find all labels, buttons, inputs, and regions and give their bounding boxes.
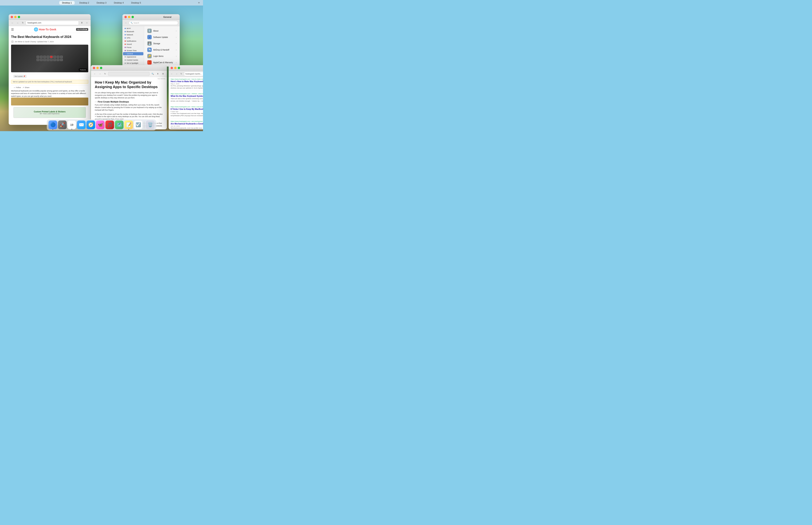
sidebar-item-wifi[interactable]: Wi-Fi [123,27,143,30]
syspref-login-items-row[interactable]: 🔑 Login Items › [146,53,178,59]
login-items-label: Login Items [153,55,164,57]
refresh-button[interactable]: ↻ [20,21,25,25]
sidebar-item-focus[interactable]: Focus [123,46,143,49]
back-icon[interactable]: ← [170,72,174,76]
result-title-2[interactable]: What Do the Mac Keyboard Symbols Actuall… [171,95,203,97]
sidebar-item-screen-time[interactable]: Screen Time [123,49,143,52]
forward-icon[interactable]: → [98,72,102,76]
dock-launchpad[interactable]: 🚀 [58,120,67,129]
htg-logo-icon: 🌐 [34,27,38,32]
result-snippet-2: There are also a few symbols commonly us… [171,97,203,102]
search-titlebar [169,65,203,71]
dock-photos[interactable]: 🦋 [96,120,105,129]
updated-badge[interactable]: filed update 📌 [13,75,27,78]
desktop-tab-5[interactable]: Desktop 5 [128,1,144,4]
sidebar-item-network[interactable]: Network [123,33,143,36]
back-icon[interactable]: ← [124,21,128,25]
sidebar-item-bluetooth[interactable]: Bluetooth [123,30,143,33]
dock-music[interactable]: 🎵 [105,120,114,129]
syspref-about-row[interactable]: ℹ️ About › [146,28,178,34]
ad-banner[interactable]: Custom Printed Labels & Stickers 80+ Yea… [13,107,86,118]
badge-text: filed update [15,75,23,77]
dock-notes[interactable]: 📝 [124,120,133,129]
sidebar-item-notifications[interactable]: Notifications [123,40,143,43]
ad-sub: 80+ Years Label Experience [40,113,60,115]
share-icon[interactable]: ⬆ [156,72,160,76]
minimize-button[interactable] [14,16,17,18]
url-bar[interactable]: howtogeek.com [26,21,79,25]
search-maximize-button[interactable] [178,67,180,69]
desktop-tab-3[interactable]: Desktop 3 [94,1,109,4]
syspref-software-update-row[interactable]: ↓ Software Update › [146,34,178,40]
dock-reminders[interactable]: ☑️ [134,120,142,129]
syspref-minimize-button[interactable] [128,16,130,18]
bookmark-icon[interactable]: ☆ [85,21,89,25]
desktop-tab-1[interactable]: Desktop 1 [59,1,75,4]
dock-finder[interactable]: 🔵 [49,120,57,129]
article-close-button[interactable] [93,67,95,69]
add-desktop-button[interactable]: + [198,1,200,4]
back-button[interactable]: ← [10,21,15,25]
search-result-1: https://www.howtogeek.com › how-to-make-… [171,78,203,91]
search-input[interactable]: 🔍 Search [129,21,178,25]
dock-maps[interactable]: 🗺️ [115,120,124,129]
keyboard-visual [11,45,88,72]
refresh-icon[interactable]: ↻ [179,72,183,76]
search-icon[interactable]: 🔍 [151,72,155,76]
article-toolbar: ← → ↻ 🔍 ⬆ ⚙ [91,71,167,77]
dock-safari[interactable]: 🧭 [87,120,95,129]
sidebar-item-siri-spotlight[interactable]: Siri & Spotlight [123,62,143,65]
article-minimize-button[interactable] [96,67,99,69]
maximize-button[interactable] [18,16,20,18]
search-icon: 🔍 [131,22,133,24]
back-icon[interactable]: ← [93,72,97,76]
sidebar-item-control-centre[interactable]: Control Centre [123,58,143,62]
refresh-icon[interactable]: ↻ [103,72,107,76]
hamburger-icon[interactable]: ☰ [11,28,14,31]
siri-icon [125,63,126,64]
share-icon[interactable]: ⬆ [80,21,84,25]
article-maximize-button[interactable] [100,67,102,69]
article-intro: Are you always losing apps when using yo… [95,91,163,99]
settings-icon[interactable]: ⚙ [161,72,165,76]
result-title-1[interactable]: Here's How to Make Mac Keyboard, Mice, a… [171,80,203,82]
syspref-storage-row[interactable]: 💾 Storage › [146,40,178,47]
applecare-label: AppleCare & Warranty [153,61,173,64]
forward-button[interactable]: → [15,21,20,25]
profile-button[interactable]: My Profile ▶ [76,28,88,31]
forward-icon[interactable]: → [174,72,179,76]
dock-calendar[interactable]: 19 [67,120,76,129]
article-url-bar[interactable] [108,72,150,76]
syspref-close-button[interactable] [124,16,127,18]
dock-mail[interactable]: ✉️ [77,120,86,129]
vpn-icon [125,38,126,39]
sidebar-item-sound[interactable]: Sound [123,43,143,46]
share-button[interactable]: ↗ Share [22,86,29,89]
result-title-4[interactable]: Are Mechanical Keyboards a Good Idea for… [171,123,203,125]
sidebar-item-general[interactable]: General [123,52,143,55]
airdrop-icon: 📡 [147,48,152,52]
desktop-tab-2[interactable]: Desktop 2 [77,1,92,4]
updated-text: Updated Mar 7, 2024 [37,41,54,43]
result-title-3[interactable]: 8 Tricks I Use to Keep My MacBook Clean … [171,108,203,110]
close-button[interactable] [11,16,13,18]
sidebar-item-appearance[interactable]: Appearance [123,55,143,58]
kbd-key [47,56,49,58]
follow-button[interactable]: ＋ Follow [13,86,21,89]
search-close-button[interactable] [171,67,173,69]
syspref-maximize-button[interactable] [132,16,134,18]
notes-icon: 📝 [126,122,131,127]
kbd-key [50,59,53,61]
sidebar-item-label: Network [126,34,133,36]
dock-trash[interactable]: 🗑️ [146,120,155,129]
desktop-tab-4[interactable]: Desktop 4 [111,1,126,4]
kbd-key [40,56,43,58]
search-toolbar: ← → ↻ howtogeek machin... 🔍 ⬆ ⚙ [169,71,203,77]
search-url-bar[interactable]: howtogeek machin... [184,72,203,76]
search-minimize-button[interactable] [174,67,177,69]
syspref-applecare-row[interactable]: 🍎 AppleCare & Warranty › [146,59,178,65]
sidebar-item-vpn[interactable]: VPN [123,36,143,40]
syspref-airdrop-row[interactable]: 📡 AirDrop & Handoff › [146,47,178,53]
kbd-key [57,56,59,58]
article-main-title: How I Keep My Mac Organized by Assigning… [95,80,163,89]
